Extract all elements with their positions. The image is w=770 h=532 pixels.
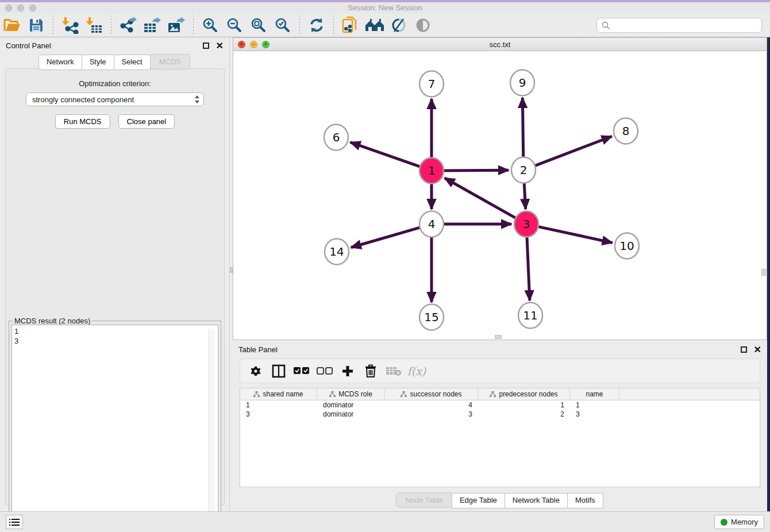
- window-title: Session: New Session: [0, 3, 770, 12]
- import-table-button[interactable]: [82, 14, 106, 36]
- zoom-fit-button[interactable]: [247, 14, 271, 36]
- optimization-criterion-select[interactable]: strongly connected component: [26, 92, 204, 106]
- cell-successor-nodes[interactable]: 4: [385, 400, 478, 410]
- delete-column-button[interactable]: [361, 361, 380, 381]
- zoom-selected-button[interactable]: [271, 14, 295, 36]
- graph-node-label: 11: [523, 309, 537, 322]
- graph-edge-1-6[interactable]: [351, 142, 422, 167]
- graph-node-10[interactable]: 10: [615, 233, 639, 259]
- network-vertical-scroll-thumb[interactable]: [761, 269, 766, 276]
- tab-motifs[interactable]: Motifs: [567, 493, 603, 508]
- tab-network-table[interactable]: Network Table: [505, 493, 568, 508]
- zoom-out-button[interactable]: [222, 14, 247, 36]
- column-header-mcds-role[interactable]: MCDS role: [317, 388, 385, 400]
- clone-network-button[interactable]: [338, 14, 363, 36]
- zoom-in-button[interactable]: [198, 14, 222, 36]
- cell-predecessor-nodes[interactable]: 1: [478, 400, 570, 410]
- toolbar-search[interactable]: [596, 18, 762, 33]
- graph-node-label: 10: [619, 239, 634, 253]
- tab-node-table[interactable]: Node Table: [396, 492, 452, 508]
- select-all-columns-button[interactable]: [292, 361, 311, 381]
- cell-shared-name[interactable]: 3: [240, 410, 317, 419]
- mcds-result-textarea[interactable]: 1 3: [11, 325, 218, 531]
- graph-edge-3-1[interactable]: [445, 178, 518, 219]
- show-column-button[interactable]: [269, 361, 288, 381]
- export-table-button[interactable]: [140, 14, 164, 36]
- graph-node-15[interactable]: 15: [419, 304, 444, 330]
- graph-edge-2-3[interactable]: [524, 180, 526, 209]
- table-panel-float-icon[interactable]: [741, 346, 747, 353]
- column-type-icon: [490, 391, 496, 398]
- cell-mcds-role[interactable]: dominator: [317, 400, 385, 410]
- graph-edge-2-8[interactable]: [533, 136, 612, 166]
- tab-network[interactable]: Network: [38, 55, 82, 70]
- graph-node-4[interactable]: 4: [419, 211, 444, 237]
- import-network-button[interactable]: [58, 14, 82, 36]
- export-image-button[interactable]: [164, 14, 188, 36]
- open-folder-icon: [3, 18, 21, 33]
- graph-node-6[interactable]: 6: [324, 125, 348, 151]
- search-input[interactable]: [610, 21, 757, 30]
- tab-mcds[interactable]: MCDS: [150, 54, 190, 70]
- cell-name[interactable]: 3: [570, 410, 619, 419]
- network-canvas[interactable]: 7968124314101511: [233, 51, 767, 340]
- open-session-button[interactable]: [0, 14, 24, 36]
- control-panel-float-icon[interactable]: [203, 43, 209, 49]
- apply-layout-button[interactable]: [305, 14, 329, 36]
- gear-icon: [249, 365, 262, 377]
- result-scrollbar[interactable]: [208, 329, 215, 528]
- task-history-button[interactable]: [6, 515, 23, 529]
- export-network-button[interactable]: [116, 14, 140, 36]
- column-header-name[interactable]: name: [570, 388, 619, 400]
- column-header-predecessor-nodes[interactable]: predecessor nodes: [478, 388, 570, 400]
- graph-edge-3-10[interactable]: [537, 226, 613, 243]
- table-panel-close-icon[interactable]: ✕: [754, 346, 761, 353]
- table-row[interactable]: 3 dominator 3 2 3: [240, 410, 760, 419]
- graph-edge-3-11[interactable]: [527, 234, 530, 300]
- memory-button[interactable]: Memory: [714, 515, 764, 529]
- graph-node-label: 8: [622, 124, 630, 138]
- graph-edge-2-9[interactable]: [522, 98, 523, 160]
- show-graphics-details-button[interactable]: [411, 14, 435, 36]
- table-row[interactable]: 1 dominator 4 1 1: [240, 400, 760, 410]
- network-window-titlebar[interactable]: × − + scc.txt: [233, 38, 767, 51]
- graph-node-11[interactable]: 11: [518, 303, 542, 329]
- hide-graphics-details-button[interactable]: [387, 14, 411, 36]
- graph-node-9[interactable]: 9: [510, 70, 534, 96]
- cell-successor-nodes[interactable]: 3: [385, 410, 478, 419]
- return-to-gallery-button[interactable]: [363, 14, 387, 36]
- table-options-button[interactable]: [246, 361, 265, 381]
- tab-select[interactable]: Select: [114, 55, 151, 70]
- network-horizontal-scroll-thumb[interactable]: [495, 335, 502, 339]
- graph-node-1[interactable]: 1: [419, 158, 444, 184]
- cell-predecessor-nodes[interactable]: 2: [478, 410, 570, 419]
- import-table-icon: [86, 17, 103, 34]
- add-column-button[interactable]: [338, 361, 357, 381]
- tab-style[interactable]: Style: [82, 55, 114, 70]
- deselect-all-columns-button[interactable]: [315, 361, 334, 381]
- graph-node-3[interactable]: 3: [514, 211, 538, 237]
- save-session-button[interactable]: [24, 14, 48, 36]
- import-network-icon: [61, 17, 79, 34]
- graph-edge-4-14[interactable]: [351, 227, 422, 248]
- run-mcds-button[interactable]: Run MCDS: [55, 114, 110, 129]
- graph-node-8[interactable]: 8: [614, 118, 638, 144]
- tab-edge-table[interactable]: Edge Table: [452, 493, 505, 508]
- graph-node-7[interactable]: 7: [419, 71, 444, 97]
- cell-mcds-role[interactable]: dominator: [317, 410, 385, 419]
- eye-slash-icon: [391, 17, 407, 33]
- graph-edge-1-2[interactable]: [442, 170, 509, 171]
- column-header-successor-nodes[interactable]: successor nodes: [385, 388, 478, 400]
- cell-shared-name[interactable]: 1: [240, 400, 317, 410]
- column-header-shared-name[interactable]: shared name: [240, 388, 317, 400]
- graph-node-14[interactable]: 14: [325, 239, 349, 265]
- graph-node-2[interactable]: 2: [511, 157, 536, 183]
- column-label: predecessor nodes: [499, 390, 557, 398]
- close-panel-button[interactable]: Close panel: [118, 114, 175, 129]
- control-panel: Control Panel ✕ Network Style Select MCD…: [0, 37, 229, 510]
- network-title: scc.txt: [233, 40, 767, 49]
- toolbar-separator: [111, 16, 111, 35]
- control-panel-close-icon[interactable]: ✕: [216, 43, 224, 49]
- dropdown-stepper-icon: [194, 95, 200, 104]
- cell-name[interactable]: 1: [570, 400, 619, 410]
